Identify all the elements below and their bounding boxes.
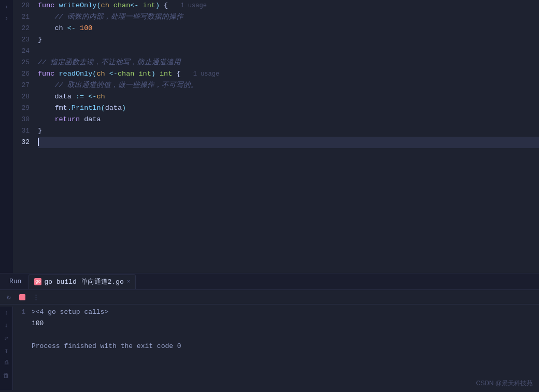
line-num-31: 31 <box>13 125 30 137</box>
output-line-num-1: 1 <box>13 307 25 318</box>
wrap-button[interactable]: ⇌ <box>2 333 11 343</box>
code-line-22: ch <- 100 <box>38 23 539 34</box>
output-line-num-5 <box>13 352 25 364</box>
watermark: CSDN @景天科技苑 <box>476 379 533 388</box>
rerun-icon: ↻ <box>7 293 11 301</box>
more-button[interactable]: ⋮ <box>30 292 41 303</box>
line-numbers: 20 21 22 23 24 25 26 27 28 29 30 31 32 <box>13 0 34 273</box>
left-sidebar: › › <box>0 0 13 273</box>
code-line-29: fmt.Println(data) <box>38 103 539 114</box>
run-tab-label: Run <box>9 278 21 285</box>
code-line-32[interactable] <box>38 137 539 148</box>
code-line-24 <box>38 46 539 57</box>
line-num-25: 25 <box>13 57 30 68</box>
line-num-28: 28 <box>13 91 30 103</box>
tab-close-button[interactable]: × <box>127 279 131 285</box>
stop-icon <box>19 294 25 300</box>
print-button[interactable]: ⎙ <box>2 358 11 368</box>
code-line-20: func writeOnly(ch chan<- int) { 1 usage <box>38 0 539 11</box>
line-num-24: 24 <box>13 46 30 57</box>
code-line-27: // 取出通道的值，做一些操作，不可写的。 <box>38 80 539 91</box>
code-line-26: func readOnly(ch <-chan int) int { 1 usa… <box>38 68 539 80</box>
code-line-30: return data <box>38 114 539 125</box>
output-line-numbers: 1 <box>13 307 30 390</box>
code-line-31: } <box>38 125 539 137</box>
output-line-setup: ><4 go setup calls> <box>32 307 539 318</box>
line-num-22: 22 <box>13 23 30 34</box>
fold-icon-2[interactable]: › <box>2 13 12 24</box>
go-icon: go <box>34 278 41 285</box>
output-line-empty <box>32 329 539 341</box>
output-line-num-3 <box>13 329 25 341</box>
code-line-25: // 指定函数去读，不让他写，防止通道滥用 <box>38 57 539 68</box>
line-num-29: 29 <box>13 103 30 114</box>
run-sidebar: ↑ ↓ ⇌ ↧ ⎙ 🗑 <box>0 307 13 390</box>
output-line-num-2 <box>13 318 25 329</box>
panel-tabs: Run go go build 单向通道2.go × <box>0 273 539 290</box>
code-line-21: // 函数的内部，处理一些写数据的操作 <box>38 11 539 23</box>
line-num-21: 21 <box>13 11 30 23</box>
code-line-28: data := <-ch <box>38 91 539 103</box>
line-num-26: 26 <box>13 68 30 80</box>
scroll-down-button[interactable]: ↓ <box>2 321 11 330</box>
more-icon: ⋮ <box>33 293 39 301</box>
clear-button[interactable]: 🗑 <box>2 371 11 380</box>
output-line-value: 100 <box>32 318 539 329</box>
line-num-32: 32 <box>13 137 30 148</box>
line-num-20: 20 <box>13 0 30 11</box>
line-num-27: 27 <box>13 80 30 91</box>
rerun-button[interactable]: ↻ <box>3 292 15 303</box>
build-tab-label: go build 单向通道2.go <box>44 277 123 286</box>
code-line-23: } <box>38 34 539 46</box>
line-num-30: 30 <box>13 114 30 125</box>
output-line-process: Process finished with the exit code 0 <box>32 341 539 352</box>
output-line-num-4 <box>13 341 25 352</box>
line-num-23: 23 <box>13 34 30 46</box>
text-cursor <box>38 138 39 146</box>
stop-button[interactable] <box>17 292 28 303</box>
panel-toolbar: ↻ ⋮ <box>0 290 539 304</box>
output-lines: ><4 go setup calls> 100 Process finished… <box>30 307 539 390</box>
output-area: ↑ ↓ ⇌ ↧ ⎙ 🗑 1 ><4 go setup calls> 100 Pr… <box>0 304 539 392</box>
build-tab[interactable]: go go build 单向通道2.go × <box>29 274 136 289</box>
code-content[interactable]: func writeOnly(ch chan<- int) { 1 usage … <box>34 0 539 273</box>
fold-icon-1[interactable]: › <box>2 2 12 12</box>
align-button[interactable]: ↧ <box>2 346 11 355</box>
bottom-panel: Run go go build 单向通道2.go × ↻ ⋮ ↑ ↓ ⇌ ↧ ⎙… <box>0 273 539 392</box>
scroll-up-button[interactable]: ↑ <box>2 309 11 318</box>
run-tab[interactable]: Run <box>4 274 26 289</box>
